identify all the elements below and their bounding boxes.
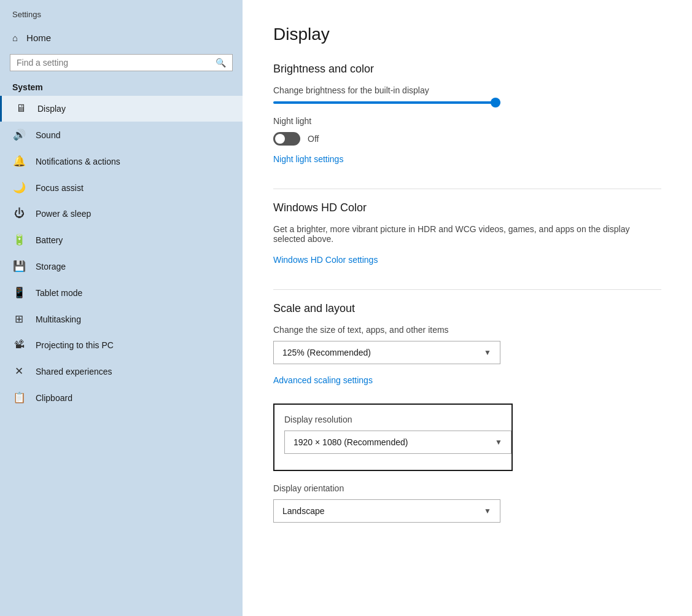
sidebar: Settings ⌂ Home 🔍 System 🖥 Display 🔊 Sou… (0, 0, 243, 616)
clipboard-icon: 📋 (12, 391, 26, 404)
search-box: 🔍 (10, 54, 233, 71)
resolution-box: Display resolution 1920 × 1080 (Recommen… (273, 404, 513, 471)
sidebar-item-display[interactable]: 🖥 Display (0, 96, 243, 122)
scale-dropdown-container: 125% (Recommended) ▼ (273, 341, 500, 364)
night-light-toggle-row: Off (273, 132, 661, 146)
nav-item-label: Multitasking (36, 314, 81, 324)
home-icon: ⌂ (12, 33, 18, 43)
sidebar-item-power[interactable]: ⏻ Power & sleep (0, 201, 243, 227)
sidebar-item-storage[interactable]: 💾 Storage (0, 253, 243, 279)
orientation-label: Display orientation (273, 483, 661, 493)
projecting-icon: 📽 (12, 339, 26, 351)
main-content: Display Brightness and color Change brig… (243, 0, 692, 616)
scale-layout-section-title: Scale and layout (273, 302, 661, 315)
orientation-dropdown-value: Landscape (282, 506, 325, 516)
nav-item-label: Shared experiences (36, 367, 112, 376)
nav-item-label: Notifications & actions (36, 157, 120, 166)
resolution-dropdown-value: 1920 × 1080 (Recommended) (294, 437, 408, 447)
brightness-slider-track[interactable] (273, 101, 500, 104)
resolution-dropdown[interactable]: 1920 × 1080 (Recommended) ▼ (284, 431, 511, 454)
sidebar-item-shared[interactable]: ✕ Shared experiences (0, 358, 243, 384)
scale-dropdown-chevron: ▼ (484, 348, 491, 357)
focus-icon: 🌙 (12, 181, 26, 194)
multitasking-icon: ⊞ (12, 313, 26, 326)
resolution-dropdown-container: 1920 × 1080 (Recommended) ▼ (284, 431, 511, 454)
brightness-label: Change brightness for the built-in displ… (273, 85, 661, 95)
nav-item-label: Projecting to this PC (36, 340, 114, 350)
shared-icon: ✕ (12, 365, 26, 378)
orientation-section: Display orientation Landscape ▼ (273, 483, 661, 523)
storage-icon: 💾 (12, 260, 26, 273)
sound-icon: 🔊 (12, 128, 26, 141)
battery-icon: 🔋 (12, 233, 26, 246)
sidebar-item-tablet[interactable]: 📱 Tablet mode (0, 279, 243, 306)
orientation-dropdown-container: Landscape ▼ (273, 499, 500, 523)
sidebar-item-projecting[interactable]: 📽 Projecting to this PC (0, 332, 243, 358)
page-title: Display (273, 25, 661, 44)
night-light-toggle[interactable] (273, 132, 300, 146)
divider-1 (273, 189, 661, 189)
brightness-slider-container[interactable] (273, 101, 500, 104)
sidebar-item-focus[interactable]: 🌙 Focus assist (0, 174, 243, 201)
nav-item-label: Tablet mode (36, 288, 82, 298)
home-label: Home (26, 33, 51, 43)
resolution-dropdown-chevron: ▼ (495, 438, 502, 446)
night-light-settings-link[interactable]: Night light settings (273, 154, 343, 164)
night-light-state-label: Off (308, 134, 319, 144)
sidebar-item-battery[interactable]: 🔋 Battery (0, 227, 243, 253)
tablet-icon: 📱 (12, 286, 26, 299)
scale-dropdown-value: 125% (Recommended) (282, 348, 371, 357)
sidebar-item-sound[interactable]: 🔊 Sound (0, 122, 243, 148)
nav-item-label: Display (37, 104, 66, 114)
scale-dropdown[interactable]: 125% (Recommended) ▼ (273, 341, 500, 364)
night-light-heading: Night light (273, 116, 661, 126)
notifications-icon: 🔔 (12, 155, 26, 168)
sidebar-item-multitasking[interactable]: ⊞ Multitasking (0, 306, 243, 332)
nav-item-label: Storage (36, 262, 66, 271)
nav-item-label: Clipboard (36, 393, 72, 403)
brightness-slider-thumb[interactable] (491, 98, 500, 107)
display-icon: 🖥 (14, 103, 28, 115)
nav-item-label: Power & sleep (36, 209, 91, 219)
power-icon: ⏻ (12, 208, 26, 220)
sidebar-item-clipboard[interactable]: 📋 Clipboard (0, 384, 243, 411)
hd-color-description: Get a brighter, more vibrant picture in … (273, 224, 661, 244)
system-section-label: System (0, 77, 243, 96)
search-input[interactable] (17, 58, 211, 68)
resolution-label: Display resolution (284, 415, 502, 424)
search-icon: 🔍 (216, 58, 226, 68)
app-title: Settings (0, 0, 243, 25)
advanced-scaling-settings-link[interactable]: Advanced scaling settings (273, 375, 373, 385)
nav-item-label: Focus assist (36, 183, 84, 193)
home-nav-item[interactable]: ⌂ Home (0, 25, 243, 50)
hd-color-section-title: Windows HD Color (273, 201, 661, 214)
scale-description: Change the size of text, apps, and other… (273, 325, 661, 335)
nav-item-label: Sound (36, 130, 60, 140)
toggle-knob (275, 134, 285, 144)
hd-color-settings-link[interactable]: Windows HD Color settings (273, 255, 378, 265)
brightness-color-section-title: Brightness and color (273, 63, 661, 76)
nav-item-label: Battery (36, 235, 63, 245)
sidebar-item-notifications[interactable]: 🔔 Notifications & actions (0, 148, 243, 174)
orientation-dropdown[interactable]: Landscape ▼ (273, 499, 500, 523)
orientation-dropdown-chevron: ▼ (484, 507, 491, 515)
divider-2 (273, 289, 661, 290)
